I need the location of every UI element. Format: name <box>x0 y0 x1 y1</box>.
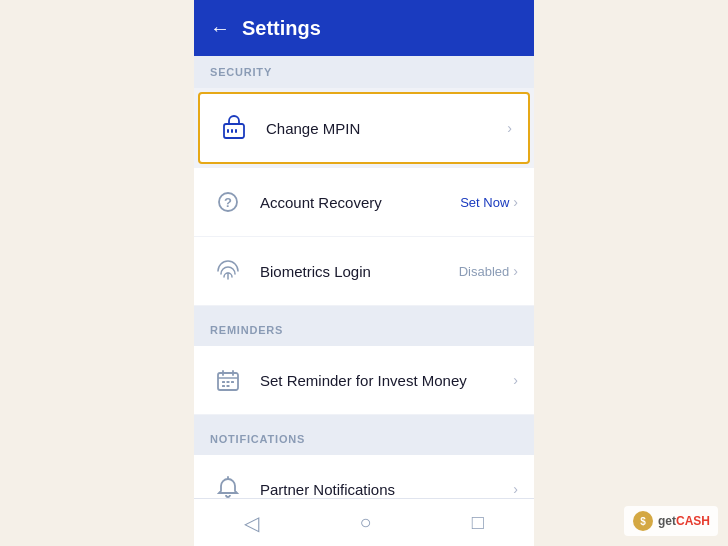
question-circle-icon: ? <box>210 184 246 220</box>
notifications-section-header: NOTIFICATIONS <box>194 423 534 455</box>
security-section-header: SECURITY <box>194 56 534 88</box>
svg-rect-11 <box>222 381 225 383</box>
phone-container: ← Settings SECURITY Change MPIN › <box>194 0 534 546</box>
back-button[interactable]: ← <box>210 17 230 40</box>
nav-back-icon[interactable]: ◁ <box>244 511 259 535</box>
biometrics-label: Biometrics Login <box>260 263 459 280</box>
biometrics-status: Disabled <box>459 264 510 279</box>
svg-rect-15 <box>227 385 230 387</box>
fingerprint-icon <box>210 253 246 289</box>
chevron-icon: › <box>513 194 518 210</box>
page-title: Settings <box>242 17 321 40</box>
partner-notifications-label: Partner Notifications <box>260 481 513 498</box>
reminders-section-header: REMINDERS <box>194 314 534 346</box>
svg-rect-13 <box>231 381 234 383</box>
partner-notifications-item[interactable]: Partner Notifications › <box>194 455 534 498</box>
account-recovery-label: Account Recovery <box>260 194 460 211</box>
separator <box>194 306 534 314</box>
watermark: $ get CASH <box>624 506 718 536</box>
mpin-icon <box>216 110 252 146</box>
nav-home-icon[interactable]: ○ <box>359 511 371 534</box>
svg-rect-2 <box>235 129 237 133</box>
set-reminder-label: Set Reminder for Invest Money <box>260 372 513 389</box>
chevron-icon: › <box>513 372 518 388</box>
bottom-nav: ◁ ○ □ <box>194 498 534 546</box>
svg-rect-14 <box>222 385 225 387</box>
account-recovery-status: Set Now <box>460 195 509 210</box>
svg-rect-12 <box>227 381 230 383</box>
header: ← Settings <box>194 0 534 56</box>
chevron-icon: › <box>507 120 512 136</box>
svg-text:$: $ <box>640 516 646 527</box>
nav-menu-icon[interactable]: □ <box>472 511 484 534</box>
chevron-icon: › <box>513 263 518 279</box>
set-reminder-item[interactable]: Set Reminder for Invest Money › <box>194 346 534 415</box>
separator-2 <box>194 415 534 423</box>
biometrics-login-item[interactable]: Biometrics Login Disabled › <box>194 237 534 306</box>
chevron-icon: › <box>513 481 518 497</box>
change-mpin-item[interactable]: Change MPIN › <box>198 92 530 164</box>
watermark-get: get <box>658 514 676 528</box>
content-area: SECURITY Change MPIN › ? <box>194 56 534 498</box>
svg-rect-3 <box>227 129 229 133</box>
svg-rect-1 <box>231 129 233 133</box>
calendar-icon <box>210 362 246 398</box>
account-recovery-item[interactable]: ? Account Recovery Set Now › <box>194 168 534 237</box>
bell-icon <box>210 471 246 498</box>
change-mpin-label: Change MPIN <box>266 120 507 137</box>
watermark-cash: CASH <box>676 514 710 528</box>
svg-text:?: ? <box>224 195 232 210</box>
